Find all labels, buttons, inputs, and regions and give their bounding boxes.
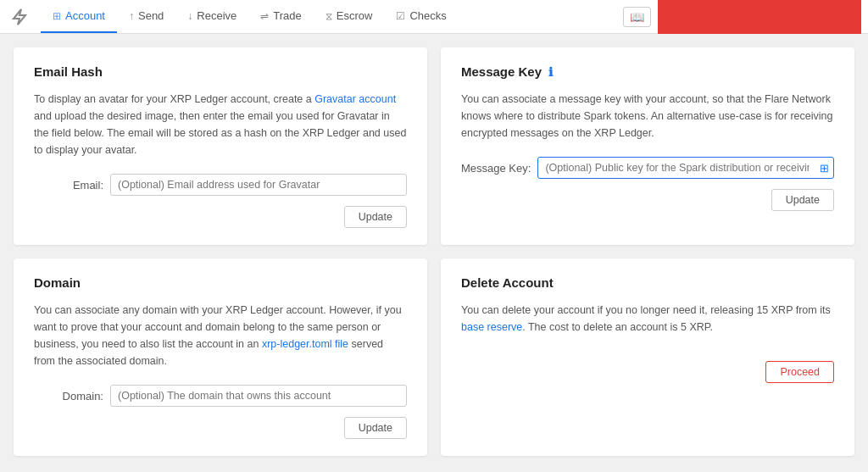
trade-tab-icon: ⇌ [260,10,269,22]
toml-link[interactable]: xrp-ledger.toml file [262,338,348,350]
domain-input[interactable] [110,385,407,407]
gravatar-link[interactable]: Gravatar account [314,93,396,105]
account-tab-icon: ⊞ [53,10,61,22]
email-input[interactable] [110,174,407,196]
message-key-label: Message Key: [461,162,537,175]
domain-update-button[interactable]: Update [344,417,407,439]
tab-account[interactable]: ⊞ Account [41,0,117,33]
nav-tabs: ⊞ Account ↑ Send ↓ Receive ⇌ Trade ⧖ Esc… [41,0,623,33]
escrow-tab-icon: ⧖ [326,10,332,22]
tab-checks[interactable]: ☑ Checks [384,0,458,33]
message-key-input[interactable] [537,157,834,179]
email-label: Email: [34,179,110,192]
message-key-update-btn-container: Update [461,189,834,211]
main-content: Email Hash To display an avatar for your… [0,34,868,469]
delete-account-desc: You can delete your account if you no lo… [461,302,834,336]
message-key-info-icon[interactable]: ℹ [548,65,553,79]
message-key-icon: ⊞ [820,162,829,175]
send-tab-label: Send [138,9,164,22]
book-button[interactable]: 📖 [623,7,651,27]
domain-card: Domain You can associate any domain with… [14,258,427,456]
domain-desc: You can associate any domain with your X… [34,302,407,369]
tab-receive[interactable]: ↓ Receive [175,0,248,33]
email-hash-card: Email Hash To display an avatar for your… [14,47,427,245]
receive-tab-label: Receive [197,9,236,22]
tab-escrow[interactable]: ⧖ Escrow [314,0,385,33]
message-key-form-row: Message Key: ⊞ [461,157,834,179]
domain-title: Domain [34,275,407,290]
message-key-update-button[interactable]: Update [771,189,834,211]
proceed-button[interactable]: Proceed [765,361,834,383]
delete-account-title: Delete Account [461,275,834,290]
trade-tab-label: Trade [273,9,301,22]
app-logo [7,3,34,31]
proceed-btn-container: Proceed [461,361,834,383]
email-update-btn-container: Update [34,206,407,228]
domain-label: Domain: [34,390,110,403]
nav-right: 📖 [623,0,861,34]
domain-form-row: Domain: [34,385,407,407]
email-hash-desc: To display an avatar for your XRP Ledger… [34,91,407,158]
message-key-title: Message Key ℹ [461,64,834,79]
message-key-desc: You can associate a message key with you… [461,91,834,142]
account-button[interactable] [658,0,861,34]
delete-account-card: Delete Account You can delete your accou… [441,258,854,456]
email-hash-title: Email Hash [34,64,407,79]
tab-send[interactable]: ↑ Send [117,0,175,33]
account-tab-label: Account [65,9,105,22]
tab-trade[interactable]: ⇌ Trade [248,0,313,33]
message-key-input-wrapper: ⊞ [537,157,834,179]
email-update-button[interactable]: Update [344,206,407,228]
domain-update-btn-container: Update [34,417,407,439]
navbar: ⊞ Account ↑ Send ↓ Receive ⇌ Trade ⧖ Esc… [0,0,868,34]
base-reserve-link[interactable]: base reserve [461,321,522,333]
email-form-row: Email: [34,174,407,196]
message-key-card: Message Key ℹ You can associate a messag… [441,47,854,245]
escrow-tab-label: Escrow [337,9,373,22]
checks-tab-label: Checks [409,9,446,22]
receive-tab-icon: ↓ [187,10,192,22]
send-tab-icon: ↑ [129,10,134,22]
checks-tab-icon: ☑ [396,10,405,22]
